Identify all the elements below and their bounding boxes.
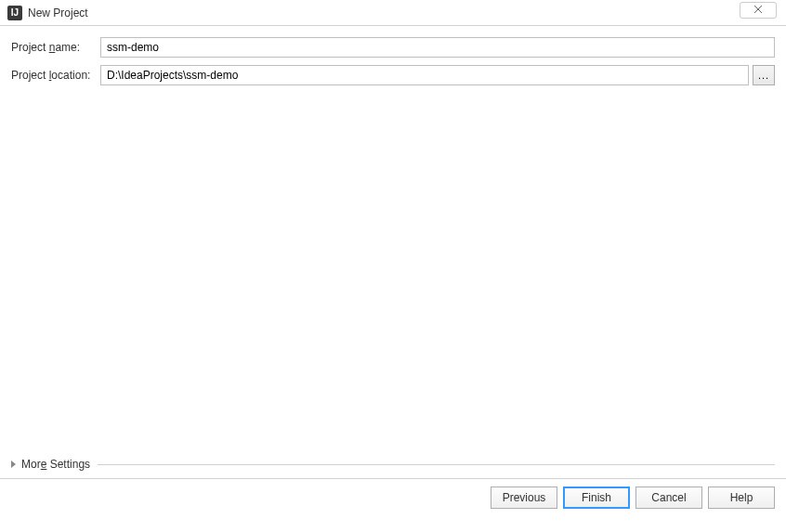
window-title: New Project bbox=[28, 6, 88, 19]
form-content: Project name: Project location: ... bbox=[0, 26, 786, 85]
project-name-row: Project name: bbox=[11, 37, 775, 58]
cancel-button[interactable]: Cancel bbox=[635, 487, 702, 509]
project-name-input[interactable] bbox=[100, 37, 775, 58]
titlebar: IJ New Project bbox=[0, 0, 786, 26]
spacer bbox=[0, 93, 786, 458]
finish-button[interactable]: Finish bbox=[563, 487, 630, 509]
project-location-label: Project location: bbox=[11, 69, 100, 82]
close-button[interactable] bbox=[740, 2, 777, 19]
help-button[interactable]: Help bbox=[708, 487, 775, 509]
project-name-label: Project name: bbox=[11, 41, 100, 54]
project-location-row: Project location: ... bbox=[11, 65, 775, 85]
close-icon bbox=[753, 5, 763, 16]
app-icon: IJ bbox=[7, 6, 22, 20]
more-settings-label: More Settings bbox=[21, 458, 90, 471]
browse-button[interactable]: ... bbox=[753, 65, 775, 85]
button-bar: Previous Finish Cancel Help bbox=[0, 478, 786, 520]
separator bbox=[98, 464, 775, 465]
previous-button[interactable]: Previous bbox=[491, 487, 557, 509]
chevron-right-icon bbox=[11, 461, 16, 468]
more-settings-toggle[interactable]: More Settings bbox=[0, 458, 786, 471]
project-location-input[interactable] bbox=[100, 65, 749, 85]
titlebar-left: IJ New Project bbox=[7, 6, 88, 20]
